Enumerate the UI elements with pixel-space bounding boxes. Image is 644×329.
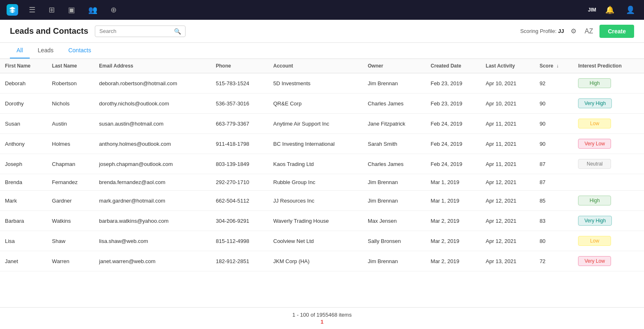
cell-account: Waverly Trading House	[268, 211, 363, 231]
cell-owner: Jim Brennan	[363, 73, 426, 93]
cell-score: 87	[535, 174, 573, 191]
table-row[interactable]: Deborah Robertson deborah.robertson@hotm…	[0, 73, 644, 93]
cell-last-name: Nichols	[47, 93, 94, 114]
search-input[interactable]	[99, 28, 172, 34]
cell-interest-prediction: High	[573, 73, 644, 93]
cell-created-date: Mar 2, 2019	[426, 211, 481, 231]
cell-interest-prediction: Low	[573, 231, 644, 251]
page-header: Leads and Contacts 🔍 Scoring Profile: JJ…	[0, 20, 644, 43]
table-row[interactable]: Barbara Watkins barbara.watkins@yahoo.co…	[0, 211, 644, 231]
col-last-activity[interactable]: Last Activity	[481, 59, 535, 73]
pagination-text: 1 - 100 of 1955468 items	[292, 312, 352, 318]
people-icon[interactable]: 👥	[86, 4, 100, 16]
cell-account: JJ Resources Inc	[268, 191, 363, 211]
cell-phone: 911-418-1798	[211, 134, 268, 154]
cell-first-name: Lisa	[0, 231, 47, 251]
cell-account: Coolview Net Ltd	[268, 231, 363, 251]
cell-first-name: Susan	[0, 114, 47, 134]
cell-owner: Sally Bronsen	[363, 231, 426, 251]
col-score[interactable]: Score ↓	[535, 59, 573, 73]
app-logo[interactable]	[7, 4, 18, 16]
interest-badge: Low	[578, 119, 611, 128]
table-row[interactable]: Mark Gardner mark.gardner@hotmail.com 66…	[0, 191, 644, 211]
cell-last-activity: Apr 10, 2021	[481, 73, 535, 93]
cell-owner: Jim Brennan	[363, 174, 426, 191]
cell-last-name: Austin	[47, 114, 94, 134]
cell-first-name: Dorothy	[0, 93, 47, 114]
table-header-row: First Name Last Name Email Address Phone…	[0, 59, 644, 73]
col-last-name[interactable]: Last Name	[47, 59, 94, 73]
interest-badge: Very High	[578, 98, 612, 108]
filter-icon[interactable]: ⚙	[569, 26, 578, 37]
cell-account: BC Investing International	[268, 134, 363, 154]
create-button[interactable]: Create	[599, 25, 634, 38]
cell-interest-prediction: Very High	[573, 93, 644, 114]
cell-last-activity: Apr 12, 2021	[481, 174, 535, 191]
cell-last-activity: Apr 11, 2021	[481, 114, 535, 134]
col-owner[interactable]: Owner	[363, 59, 426, 73]
cell-first-name: Janet	[0, 251, 47, 271]
cell-account: Rubble Group Inc	[268, 174, 363, 191]
cell-interest-prediction: Very Low	[573, 134, 644, 154]
cell-interest-prediction: Neutral	[573, 154, 644, 174]
col-email[interactable]: Email Address	[94, 59, 211, 73]
cell-interest-prediction: Low	[573, 114, 644, 134]
table-row[interactable]: Brenda Fernandez brenda.fernandez@aol.co…	[0, 174, 644, 191]
cell-first-name: Joseph	[0, 154, 47, 174]
menu-icon[interactable]: ☰	[26, 4, 38, 16]
col-created-date[interactable]: Created Date	[426, 59, 481, 73]
sort-az-icon[interactable]: AZ	[583, 26, 595, 37]
cell-email: susan.austin@hotmail.com	[94, 114, 211, 134]
tab-all[interactable]: All	[10, 43, 30, 58]
cell-score: 90	[535, 93, 573, 114]
cell-last-activity: Apr 11, 2021	[481, 154, 535, 174]
cell-email: barbara.watkins@yahoo.com	[94, 211, 211, 231]
cell-email: mark.gardner@hotmail.com	[94, 191, 211, 211]
table-body: Deborah Robertson deborah.robertson@hotm…	[0, 73, 644, 271]
col-account[interactable]: Account	[268, 59, 363, 73]
scoring-profile: Scoring Profile: JJ	[520, 28, 564, 34]
cell-score: 83	[535, 211, 573, 231]
cell-phone: 662-504-5112	[211, 191, 268, 211]
content-area: First Name Last Name Email Address Phone…	[0, 59, 644, 329]
tab-contacts[interactable]: Contacts	[62, 43, 98, 58]
tabs-bar: All Leads Contacts	[0, 43, 644, 59]
pagination-footer: 1 - 100 of 1955468 items 1	[0, 307, 644, 329]
table-row[interactable]: Susan Austin susan.austin@hotmail.com 66…	[0, 114, 644, 134]
cell-interest-prediction: Very Low	[573, 251, 644, 271]
search-box[interactable]: 🔍	[95, 26, 186, 37]
cell-first-name: Barbara	[0, 211, 47, 231]
tab-leads[interactable]: Leads	[31, 43, 60, 58]
cell-owner: Charles James	[363, 93, 426, 114]
cell-email: lisa.shaw@web.com	[94, 231, 211, 251]
interest-badge: High	[578, 196, 611, 205]
table-row[interactable]: Joseph Chapman joseph.chapman@outlook.co…	[0, 154, 644, 174]
cell-last-activity: Apr 11, 2021	[481, 134, 535, 154]
cell-email: brenda.fernandez@aol.com	[94, 174, 211, 191]
table-row[interactable]: Janet Warren janet.warren@web.com 182-91…	[0, 251, 644, 271]
card-icon[interactable]: ▣	[66, 4, 78, 16]
cell-first-name: Brenda	[0, 174, 47, 191]
cell-owner: Jim Brennan	[363, 191, 426, 211]
cell-phone: 663-779-3367	[211, 114, 268, 134]
grid-icon[interactable]: ⊞	[46, 4, 57, 16]
cell-account: JKM Corp (HA)	[268, 251, 363, 271]
cell-phone: 803-139-1849	[211, 154, 268, 174]
cell-interest-prediction: Very High	[573, 211, 644, 231]
interest-badge: Very High	[578, 216, 612, 226]
table-row[interactable]: Anthony Holmes anthony.holmes@outlook.co…	[0, 134, 644, 154]
user-name: JIM	[588, 7, 596, 13]
cell-last-activity: Apr 10, 2021	[481, 93, 535, 114]
add-circle-icon[interactable]: ⊕	[108, 4, 119, 16]
cell-created-date: Mar 1, 2019	[426, 191, 481, 211]
cell-score: 80	[535, 231, 573, 251]
cell-email: janet.warren@web.com	[94, 251, 211, 271]
user-profile-icon[interactable]: 👤	[623, 4, 637, 16]
cell-last-name: Shaw	[47, 231, 94, 251]
table-row[interactable]: Dorothy Nichols dorothy.nichols@outlook.…	[0, 93, 644, 114]
notification-icon[interactable]: 🔔	[603, 4, 617, 16]
col-interest-prediction[interactable]: Interest Prediction	[573, 59, 644, 73]
table-row[interactable]: Lisa Shaw lisa.shaw@web.com 815-112-4998…	[0, 231, 644, 251]
col-phone[interactable]: Phone	[211, 59, 268, 73]
col-first-name[interactable]: First Name	[0, 59, 47, 73]
